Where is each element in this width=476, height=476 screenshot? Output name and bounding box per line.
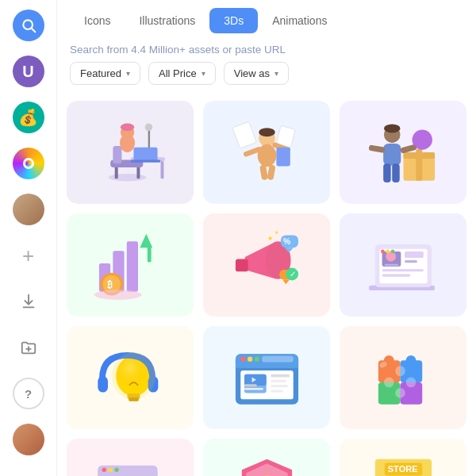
tab-icons[interactable]: Icons <box>70 8 125 33</box>
svg-point-38 <box>412 130 432 150</box>
view-label: View as <box>234 67 270 79</box>
price-label: All Price <box>159 67 197 79</box>
featured-chevron: ▾ <box>126 69 130 78</box>
person-desk-3d[interactable] <box>67 101 194 204</box>
svg-point-4 <box>108 174 145 182</box>
view-chevron: ▾ <box>274 69 278 78</box>
svg-point-70 <box>386 250 390 254</box>
svg-point-114 <box>114 468 119 473</box>
svg-point-83 <box>247 356 251 361</box>
svg-rect-30 <box>416 149 422 181</box>
view-filter[interactable]: View as ▾ <box>224 62 289 85</box>
svg-rect-63 <box>405 251 424 258</box>
svg-rect-85 <box>262 356 294 363</box>
svg-text:★: ★ <box>267 235 272 242</box>
laptop-store-3d[interactable] <box>340 213 466 317</box>
svg-point-78 <box>111 352 155 400</box>
add-icon[interactable]: + <box>13 240 44 271</box>
tab-bar: Icons Illustrations 3Ds Animations <box>57 0 476 33</box>
shield-dollar-3d[interactable]: $ <box>203 439 330 476</box>
featured-filter[interactable]: Featured ▾ <box>70 62 140 85</box>
search-icon[interactable] <box>13 10 44 41</box>
svg-point-32 <box>383 124 400 132</box>
svg-point-100 <box>405 355 416 366</box>
svg-rect-43 <box>147 247 151 263</box>
featured-label: Featured <box>80 67 121 79</box>
puzzle-3d[interactable] <box>340 326 466 429</box>
headphones-bulb-3d[interactable] <box>67 326 194 429</box>
svg-rect-34 <box>368 144 386 153</box>
money-icon[interactable]: 💰 <box>13 102 44 133</box>
svg-rect-41 <box>126 241 137 291</box>
person-box-3d[interactable] <box>340 101 466 204</box>
main-content: Icons Illustrations 3Ds Animations Searc… <box>57 0 476 476</box>
svg-marker-53 <box>282 280 290 285</box>
store-3d[interactable]: STORE <box>340 439 466 476</box>
svg-rect-26 <box>267 164 275 180</box>
asset-grid-area: ₿ % <box>57 94 476 476</box>
svg-rect-111 <box>98 472 157 476</box>
svg-point-13 <box>120 124 133 132</box>
search-hint: Search from 4.4 Million+ assets or paste… <box>70 44 286 56</box>
svg-point-101 <box>395 366 405 376</box>
svg-point-15 <box>144 124 152 132</box>
crypto-chart-3d[interactable]: ₿ <box>67 213 194 317</box>
svg-rect-68 <box>384 264 397 266</box>
svg-point-69 <box>381 250 385 254</box>
user-icon[interactable]: U <box>13 56 44 87</box>
svg-rect-25 <box>259 164 267 180</box>
svg-rect-18 <box>232 121 255 148</box>
person-flying-3d[interactable] <box>203 101 330 204</box>
svg-point-71 <box>390 250 394 254</box>
svg-point-113 <box>108 468 113 473</box>
browser-window-3d[interactable] <box>203 326 330 429</box>
svg-rect-91 <box>271 374 290 378</box>
tab-illustrations[interactable]: Illustrations <box>125 8 209 33</box>
svg-rect-8 <box>113 146 121 163</box>
svg-rect-37 <box>392 163 400 182</box>
svg-rect-33 <box>383 144 401 166</box>
svg-text:★: ★ <box>274 229 278 235</box>
search-bar: Search from 4.4 Million+ assets or paste… <box>57 33 476 62</box>
svg-rect-66 <box>382 274 410 276</box>
tab-animations[interactable]: Animations <box>258 8 341 33</box>
svg-point-107 <box>395 388 405 398</box>
svg-rect-89 <box>244 384 257 386</box>
folder-add-icon[interactable] <box>13 332 44 363</box>
download-icon[interactable] <box>13 286 44 317</box>
price-chevron: ▾ <box>202 69 205 78</box>
svg-point-106 <box>405 378 416 388</box>
sidebar: U 💰 + ? <box>0 0 57 476</box>
svg-line-1 <box>31 29 35 33</box>
filter-row: Featured ▾ All Price ▾ View as ▾ <box>57 62 476 94</box>
svg-point-84 <box>254 356 259 361</box>
asset-grid: ₿ % <box>67 101 466 476</box>
svg-point-82 <box>240 356 245 361</box>
svg-rect-36 <box>383 163 391 182</box>
svg-rect-27 <box>276 148 290 167</box>
tab-3ds[interactable]: 3Ds <box>209 8 258 33</box>
avatar2-icon[interactable] <box>13 424 44 455</box>
svg-rect-90 <box>244 388 263 390</box>
svg-rect-17 <box>130 160 160 163</box>
price-filter[interactable]: All Price ▾ <box>148 62 216 85</box>
gradient-icon[interactable] <box>13 148 44 179</box>
svg-marker-42 <box>140 234 152 248</box>
svg-text:₿: ₿ <box>107 279 113 290</box>
svg-rect-93 <box>271 385 288 387</box>
avatar-icon[interactable] <box>13 194 44 225</box>
megaphone-3d[interactable]: % ✓ ★ ★ <box>203 213 330 317</box>
svg-rect-65 <box>382 269 423 271</box>
svg-point-21 <box>259 128 275 136</box>
svg-text:%: % <box>283 237 290 246</box>
svg-rect-76 <box>98 376 108 393</box>
svg-text:STORE: STORE <box>387 464 417 474</box>
help-icon[interactable]: ? <box>13 378 44 409</box>
svg-point-112 <box>102 468 106 473</box>
svg-rect-64 <box>405 260 417 263</box>
svg-text:✓: ✓ <box>290 270 296 278</box>
svg-rect-94 <box>271 390 283 392</box>
ecommerce-3d[interactable]: BUY <box>67 439 194 476</box>
svg-rect-48 <box>235 259 248 271</box>
svg-point-103 <box>383 378 393 388</box>
